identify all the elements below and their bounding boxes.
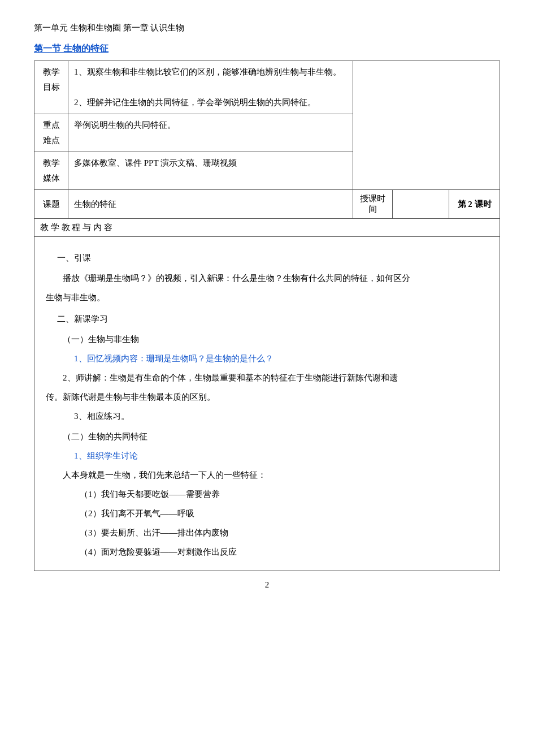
section1-title: 一、引课 xyxy=(57,249,488,266)
point1-text: 1、组织学生讨论 xyxy=(74,447,488,464)
point1-3: （3）要去厕所、出汗——排出体内废物 xyxy=(80,524,488,541)
table-row-course: 课题 生物的特征 授课时间 第 2 课时 xyxy=(34,190,500,219)
teaching-header-text: 教 学 教 程 与 内 容 xyxy=(40,223,112,232)
page-header: 第一单元 生物和生物圈 第一章 认识生物 xyxy=(34,23,500,33)
objective-line-2 xyxy=(74,80,347,95)
objective-line-3: 2、理解并记住生物的共同特征，学会举例说明生物的共同特征。 xyxy=(74,95,347,110)
page-number: 2 xyxy=(34,580,500,590)
item1-text: 1、回忆视频内容：珊瑚是生物吗？是生物的是什么？ xyxy=(74,350,488,367)
section-title: 第一节 生物的特征 xyxy=(34,43,500,55)
sub1-title: （一）生物与非生物 xyxy=(63,331,488,348)
point1-para: 人本身就是一生物，我们先来总结一下人的一些特征： xyxy=(63,466,488,483)
section2-title: 二、新课学习 xyxy=(57,310,488,327)
objective-content: 1、观察生物和非生物比较它们的区别，能够准确地辨别生物与非生物。 2、理解并记住… xyxy=(68,61,353,114)
time-label: 授课时间 xyxy=(353,190,393,219)
time-value xyxy=(393,190,449,219)
main-table: 教学目标 1、观察生物和非生物比较它们的区别，能够准确地辨别生物与非生物。 2、… xyxy=(34,61,500,237)
section1-para1: 播放《珊瑚是生物吗？》的视频，引入新课：什么是生物？生物有什么共同的特征，如何区… xyxy=(63,270,488,287)
media-label: 教学媒体 xyxy=(34,152,68,190)
lesson-title: 生物的特征 xyxy=(68,190,353,219)
key-points-content: 举例说明生物的共同特征。 xyxy=(68,114,353,152)
section1-para2: 生物与非生物。 xyxy=(46,289,488,306)
class-hours: 第 2 课时 xyxy=(449,190,500,219)
media-text: 多媒体教室、课件 PPT 演示文稿、珊瑚视频 xyxy=(74,155,347,171)
teaching-header-cell: 教 学 教 程 与 内 容 xyxy=(34,219,500,237)
item2-line2: 传。新陈代谢是生物与非生物最本质的区别。 xyxy=(46,388,488,405)
content-area: 一、引课 播放《珊瑚是生物吗？》的视频，引入新课：什么是生物？生物有什么共同的特… xyxy=(34,237,500,571)
breadcrumb-text: 第一单元 生物和生物圈 第一章 认识生物 xyxy=(34,23,500,33)
table-row-key-points: 重点难点 举例说明生物的共同特征。 xyxy=(34,114,500,152)
point1-1: （1）我们每天都要吃饭——需要营养 xyxy=(80,486,488,503)
point1-2: （2）我们离不开氧气——呼吸 xyxy=(80,505,488,522)
course-label: 课题 xyxy=(34,190,68,219)
point1-4: （4）面对危险要躲避——对刺激作出反应 xyxy=(80,543,488,560)
table-row-objective: 教学目标 1、观察生物和非生物比较它们的区别，能够准确地辨别生物与非生物。 2、… xyxy=(34,61,500,114)
objective-line-1: 1、观察生物和非生物比较它们的区别，能够准确地辨别生物与非生物。 xyxy=(74,64,347,80)
item3-text: 3、相应练习。 xyxy=(74,408,488,425)
media-content: 多媒体教室、课件 PPT 演示文稿、珊瑚视频 xyxy=(68,152,353,190)
key-points-text: 举例说明生物的共同特征。 xyxy=(74,118,347,133)
objective-label: 教学目标 xyxy=(34,61,68,114)
table-row-teaching-header: 教 学 教 程 与 内 容 xyxy=(34,219,500,237)
page-number-text: 2 xyxy=(265,580,270,589)
sub2-title: （二）生物的共同特征 xyxy=(63,428,488,445)
item2-line1: 2、师讲解：生物是有生命的个体，生物最重要和基本的特征在于生物能进行新陈代谢和遗 xyxy=(63,369,488,386)
key-points-label: 重点难点 xyxy=(34,114,68,152)
table-row-media: 教学媒体 多媒体教室、课件 PPT 演示文稿、珊瑚视频 xyxy=(34,152,500,190)
